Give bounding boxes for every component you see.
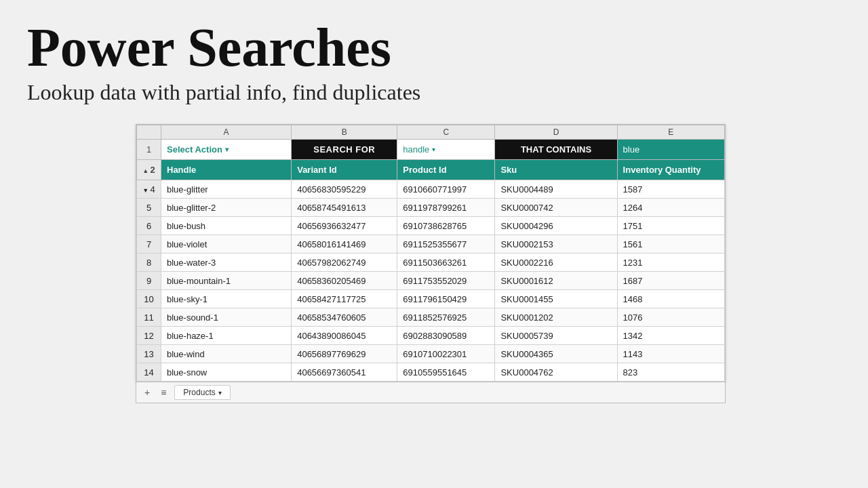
cell-qty: 1143 [617,345,724,363]
select-action-cell[interactable]: Select Action ▾ [161,140,292,160]
cell-qty: 1076 [617,308,724,327]
col-sku-header[interactable]: Sku [495,160,617,180]
table-row: 14 blue-snow 40656697360541 691055955164… [137,363,725,382]
sort-desc-icon: ▼ [142,187,150,194]
row-num: 14 [137,363,161,382]
cell-variant-id: 40658745491613 [292,199,397,217]
row-num-1: 1 [137,140,161,160]
page-subtitle: Lookup data with partial info, find dupl… [27,80,420,105]
cell-product-id: 6902883090589 [397,327,495,345]
col-header-d: D [495,125,617,140]
cell-handle: blue-bush [161,217,292,235]
row-num: 13 [137,345,161,363]
cell-qty: 1561 [617,235,724,253]
cell-qty: 1687 [617,272,724,290]
cell-variant-id: 40657982062749 [292,253,397,272]
col-qty-header[interactable]: Inventory Quantity [617,160,724,180]
handle-select-cell[interactable]: handle ▾ [397,140,495,160]
cell-sku: SKU0004365 [495,345,617,363]
cell-sku: SKU0001455 [495,290,617,308]
cell-product-id: 6911852576925 [397,308,495,327]
cell-qty: 1751 [617,217,724,235]
row-num: ▼ 4 [137,180,161,199]
table-row: 6 blue-bush 40656936632477 6910738628765… [137,217,725,235]
col-handle-header[interactable]: Handle [161,160,292,180]
page-title: Power Searches [27,20,391,75]
cell-sku: SKU0005739 [495,327,617,345]
row-num: 11 [137,308,161,327]
col-header-blank [137,125,161,140]
cell-product-id: 6910738628765 [397,217,495,235]
select-action-button[interactable]: Select Action ▾ [167,144,285,155]
cell-product-id: 6911978799261 [397,199,495,217]
table-row: 12 blue-haze-1 40643890086045 6902883090… [137,327,725,345]
row-num-2: ▲ 2 [137,160,161,180]
cell-variant-id: 40643890086045 [292,327,397,345]
select-action-label: Select Action [167,144,222,155]
table-row: 9 blue-mountain-1 40658360205469 6911753… [137,272,725,290]
table-row: 8 blue-water-3 40657982062749 6911503663… [137,253,725,272]
handle-dropdown-arrow-icon: ▾ [432,146,435,153]
cell-qty: 823 [617,363,724,382]
cell-variant-id: 40658016141469 [292,235,397,253]
col-header-b: B [292,125,397,140]
cell-variant-id: 40656936632477 [292,217,397,235]
cell-handle: blue-glitter [161,180,292,199]
cell-sku: SKU0002216 [495,253,617,272]
cell-handle: blue-mountain-1 [161,272,292,290]
cell-product-id: 6911503663261 [397,253,495,272]
table-row: 10 blue-sky-1 40658427117725 69117961504… [137,290,725,308]
row-num: 6 [137,217,161,235]
control-row: 1 Select Action ▾ SEARCH FOR handle ▾ TH… [137,140,725,160]
cell-handle: blue-snow [161,363,292,382]
spreadsheet: A B C D E 1 Select Action ▾ SEARCH FOR h… [136,125,725,382]
cell-handle: blue-haze-1 [161,327,292,345]
products-sheet-tab[interactable]: Products ▾ [174,385,230,400]
cell-variant-id: 40658534760605 [292,308,397,327]
cell-qty: 1342 [617,327,724,345]
cell-product-id: 6911753552029 [397,272,495,290]
cell-variant-id: 40656697360541 [292,363,397,382]
cell-sku: SKU0000742 [495,199,617,217]
handle-label: handle [403,144,429,155]
col-header-a: A [161,125,292,140]
row-num: 7 [137,235,161,253]
cell-product-id: 6911525355677 [397,235,495,253]
sheet-tab-arrow-icon: ▾ [218,389,222,396]
search-for-cell: SEARCH FOR [292,140,397,160]
cell-product-id: 6911796150429 [397,290,495,308]
col-productid-header[interactable]: Product Id [397,160,495,180]
sort-asc-icon: ▲ [142,167,150,174]
col-variantid-header[interactable]: Variant Id [292,160,397,180]
table-header-row: ▲ 2 Handle Variant Id Product Id Sku Inv… [137,160,725,180]
sheet-list-button[interactable]: ≡ [158,386,169,399]
cell-sku: SKU0001612 [495,272,617,290]
add-sheet-button[interactable]: + [142,386,153,399]
cell-qty: 1264 [617,199,724,217]
table-row: 13 blue-wind 40656897769629 691071002230… [137,345,725,363]
cell-qty: 1231 [617,253,724,272]
cell-handle: blue-glitter-2 [161,199,292,217]
handle-dropdown[interactable]: handle ▾ [403,144,489,155]
table-row: 11 blue-sound-1 40658534760605 691185257… [137,308,725,327]
cell-variant-id: 40656897769629 [292,345,397,363]
search-value: blue [623,144,640,155]
search-for-label: SEARCH FOR [313,144,375,155]
cell-product-id: 6910710022301 [397,345,495,363]
cell-handle: blue-sky-1 [161,290,292,308]
cell-sku: SKU0004762 [495,363,617,382]
search-value-cell[interactable]: blue [617,140,724,160]
cell-variant-id: 40658360205469 [292,272,397,290]
cell-sku: SKU0004489 [495,180,617,199]
cell-sku: SKU0004296 [495,217,617,235]
cell-qty: 1587 [617,180,724,199]
cell-variant-id: 40658427117725 [292,290,397,308]
cell-handle: blue-water-3 [161,253,292,272]
column-header-row: A B C D E [137,125,725,140]
cell-handle: blue-violet [161,235,292,253]
cell-handle: blue-sound-1 [161,308,292,327]
row-num: 9 [137,272,161,290]
cell-handle: blue-wind [161,345,292,363]
col-header-e: E [617,125,724,140]
cell-sku: SKU0001202 [495,308,617,327]
